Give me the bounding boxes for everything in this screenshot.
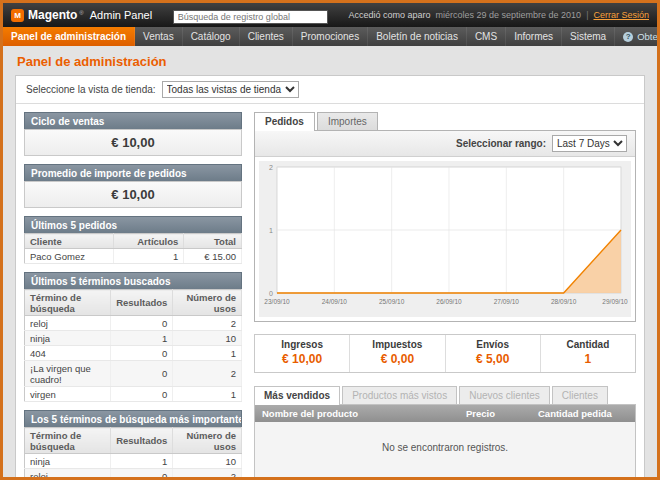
logout-link[interactable]: Cerrar Sesión — [593, 10, 649, 20]
column-header: Nombre del producto — [255, 405, 459, 422]
table-cell: 2 — [173, 361, 242, 387]
stat-ingresos: Ingresos € 10,00 — [255, 335, 350, 372]
column-header: Resultados — [111, 428, 173, 454]
stat-label: Ingresos — [257, 339, 347, 350]
products-tabs: Más vendidos Productos más vistos Nuevos… — [254, 386, 636, 404]
nav-item-informes[interactable]: Informes — [506, 27, 562, 46]
svg-text:28/09/10: 28/09/10 — [551, 298, 577, 305]
orders-area-chart: 01223/09/1024/09/1025/09/1026/09/1027/09… — [259, 161, 631, 317]
help-link[interactable]: ? Obtener ayuda para esta página — [615, 27, 660, 46]
table-cell: Paco Gomez — [25, 249, 114, 264]
top-header: M Magento ® Admin Panel Accedió como apa… — [3, 3, 657, 27]
products-table: Nombre del producto Precio Cantidad pedi… — [255, 405, 635, 422]
nav-item-promociones[interactable]: Promociones — [293, 27, 368, 46]
top-search-terms-panel: Los 5 términos de búsqueda más important… — [24, 410, 242, 480]
dashboard-columns: Ciclo de ventas € 10,00 Promedio de impo… — [16, 104, 644, 480]
table-cell: 0 — [111, 387, 173, 402]
svg-text:26/09/10: 26/09/10 — [436, 298, 462, 305]
table-cell: 0 — [111, 346, 173, 361]
table-header-row: Término de búsqueda Resultados Número de… — [25, 428, 242, 454]
left-column: Ciclo de ventas € 10,00 Promedio de impo… — [24, 112, 242, 480]
svg-text:24/09/10: 24/09/10 — [322, 298, 348, 305]
table-row[interactable]: Paco Gomez 1 € 15.00 — [25, 249, 242, 264]
logo-subtitle: Admin Panel — [90, 9, 152, 21]
panel-title: Últimos 5 términos buscados — [24, 272, 242, 289]
page-content: Panel de administración Seleccione la vi… — [3, 46, 657, 480]
page-title: Panel de administración — [15, 50, 645, 75]
svg-text:23/09/10: 23/09/10 — [264, 298, 290, 305]
table-cell: 1 — [173, 387, 242, 402]
last-search-terms-table: Término de búsqueda Resultados Número de… — [24, 289, 242, 402]
nav-item-sistema[interactable]: Sistema — [562, 27, 615, 46]
table-cell: 0 — [111, 316, 173, 331]
table-cell: 1 — [113, 249, 183, 264]
stat-label: Cantidad — [543, 339, 633, 350]
nav-item-clientes[interactable]: Clientes — [240, 27, 293, 46]
stat-impuestos: Impuestos € 0,00 — [350, 335, 445, 372]
stat-envios: Envíos € 5,00 — [446, 335, 541, 372]
table-cell: 2 — [173, 316, 242, 331]
store-view-label: Seleccione la vista de tienda: — [26, 84, 156, 95]
column-header: Precio — [459, 405, 531, 422]
table-header-row: Cliente Artículos Total — [25, 234, 242, 249]
table-row[interactable]: virgen 0 1 — [25, 387, 242, 402]
svg-text:27/09/10: 27/09/10 — [494, 298, 520, 305]
user-info: Accedió como aparo miércoles 29 de septi… — [348, 10, 649, 20]
totals-bar: Ingresos € 10,00 Impuestos € 0,00 Envíos… — [254, 334, 636, 373]
global-search — [173, 6, 328, 24]
table-cell: 0 — [111, 469, 173, 480]
average-orders-value: € 10,00 — [24, 181, 242, 208]
products-grid: Nombre del producto Precio Cantidad pedi… — [254, 404, 636, 478]
column-header: Número de usos — [173, 428, 242, 454]
stat-label: Impuestos — [352, 339, 442, 350]
panel-title: Ciclo de ventas — [24, 112, 242, 129]
last-orders-table: Cliente Artículos Total Paco Gomez 1 € 1… — [24, 233, 242, 264]
tab-mas-vendidos[interactable]: Más vendidos — [254, 386, 340, 405]
table-row[interactable]: reloj 0 2 — [25, 469, 242, 480]
magento-logo: M Magento ® Admin Panel — [11, 8, 152, 22]
last-orders-panel: Últimos 5 pedidos Cliente Artículos Tota… — [24, 216, 242, 264]
table-row[interactable]: ninja 1 10 — [25, 331, 242, 346]
current-date: miércoles 29 de septiembre de 2010 — [436, 10, 582, 20]
table-cell: 1 — [173, 346, 242, 361]
nav-item-boletin[interactable]: Boletín de noticias — [368, 27, 467, 46]
column-header: Cliente — [25, 234, 114, 249]
svg-text:25/09/10: 25/09/10 — [379, 298, 405, 305]
main-nav: Panel de administración Ventas Catálogo … — [3, 27, 657, 46]
svg-text:29/09/10: 29/09/10 — [602, 298, 628, 305]
nav-item-cms[interactable]: CMS — [467, 27, 506, 46]
stat-value: 1 — [543, 352, 633, 366]
column-header: Resultados — [111, 290, 173, 316]
table-row[interactable]: reloj 0 2 — [25, 316, 242, 331]
logged-in-as: Accedió como aparo — [348, 10, 430, 20]
chart-panel: Seleccionar rango: Last 7 Days 01223/09/… — [254, 130, 636, 322]
column-header: Término de búsqueda — [25, 290, 111, 316]
store-view-select[interactable]: Todas las vistas de tienda — [162, 81, 299, 98]
nav-item-ventas[interactable]: Ventas — [135, 27, 183, 46]
table-cell: 0 — [111, 361, 173, 387]
table-row[interactable]: ninja 1 10 — [25, 454, 242, 469]
global-search-input[interactable] — [173, 10, 328, 24]
chart-area: 01223/09/1024/09/1025/09/1026/09/1027/09… — [255, 157, 635, 321]
table-cell: reloj — [25, 316, 111, 331]
tab-clientes[interactable]: Clientes — [552, 386, 608, 404]
table-cell: ninja — [25, 454, 111, 469]
tab-productos-mas-vistos[interactable]: Productos más vistos — [342, 386, 457, 404]
help-icon: ? — [623, 32, 633, 42]
tab-nuevos-clientes[interactable]: Nuevos clientes — [459, 386, 550, 404]
divider: | — [586, 10, 588, 20]
table-row[interactable]: 404 0 1 — [25, 346, 242, 361]
nav-item-catalogo[interactable]: Catálogo — [183, 27, 240, 46]
stat-value: € 5,00 — [448, 352, 538, 366]
nav-item-dashboard[interactable]: Panel de administración — [3, 27, 135, 46]
stat-cantidad: Cantidad 1 — [541, 335, 635, 372]
average-orders-panel: Promedio de importe de pedidos € 10,00 — [24, 164, 242, 208]
empty-records-message: No se encontraron registros. — [255, 422, 635, 477]
tab-importes[interactable]: Importes — [317, 112, 378, 130]
chart-tabs: Pedidos Importes — [254, 112, 636, 130]
range-select[interactable]: Last 7 Days — [552, 135, 627, 152]
table-row[interactable]: ¡La virgen que cuadro! 0 2 — [25, 361, 242, 387]
stat-label: Envíos — [448, 339, 538, 350]
registered-mark: ® — [79, 10, 83, 16]
tab-pedidos[interactable]: Pedidos — [254, 112, 315, 131]
